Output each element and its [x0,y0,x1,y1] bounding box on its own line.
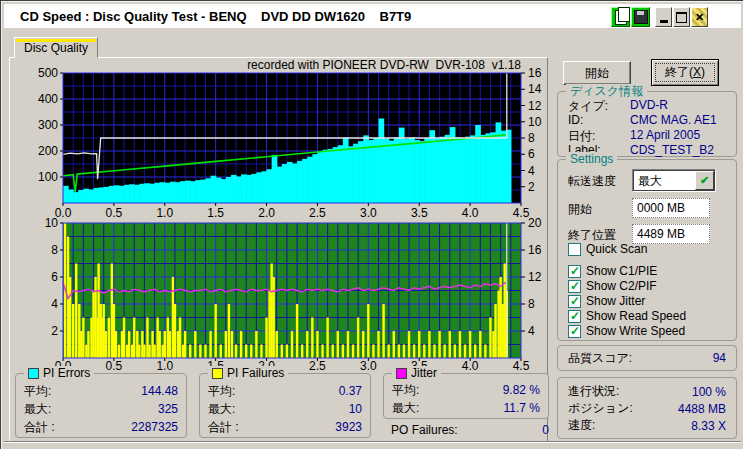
progress-value: 8.33 X [691,419,726,433]
close-icon: ✕ [695,11,704,24]
stat-value: 11.7 % [504,401,540,415]
stat-value: 325 [158,402,178,416]
stat-row: 最大: 325 [16,400,186,418]
checkbox-show-c2-pif[interactable]: Show C2/PIF [568,279,657,293]
svg-text:0.5: 0.5 [106,359,123,373]
checkbox-show-write-speed[interactable]: Show Write Speed [568,324,685,338]
po-failures-row: PO Failures: 0 [383,421,557,439]
close-button[interactable]: ✕ [691,7,708,27]
minimize-button[interactable] [655,7,672,27]
svg-text:6: 6 [528,147,535,161]
svg-text:400: 400 [38,92,58,106]
svg-text:200: 200 [38,144,58,158]
stat-label: 平均: [24,383,51,400]
minimize-icon [660,20,668,23]
pi-errors-group: PI Errors 平均: 144.48 最大: 325 合計 : 228732… [15,373,187,438]
stat-label: 最大: [208,401,235,418]
svg-text:12: 12 [528,270,542,284]
progress-label: ポジション: [568,400,633,417]
stat-row: 最大: 10 [200,400,370,418]
stat-row: 平均: 0.37 [200,382,370,400]
save-button[interactable] [631,7,650,27]
copy-button[interactable] [611,7,630,27]
disc-info-label: ID: [568,113,630,128]
svg-text:14: 14 [528,82,542,96]
checkbox-label: Show Read Speed [586,309,686,323]
start-position-label: 開始 [568,201,592,218]
stat-label: 合計 : [24,419,55,436]
checkbox-icon[interactable] [568,325,581,338]
svg-text:8: 8 [51,243,58,257]
quality-score-label: 品質スコア: [568,350,632,367]
progress-row: 速度: 8.33 X [558,417,736,434]
checkbox-icon[interactable] [568,310,581,323]
copy-icon [615,10,627,25]
stat-value: 2287325 [131,420,178,434]
disc-info-value: DVD-R [630,98,668,113]
stat-label: 平均: [208,383,235,400]
exit-button[interactable]: 終了(X) [651,59,719,86]
pi-errors-title: PI Errors [43,366,90,380]
disc-info-value: 12 April 2005 [630,128,700,143]
app-window: CD Speed : Disc Quality Test - BENQ DVD … [0,0,743,449]
svg-text:2: 2 [528,180,535,194]
svg-text:8: 8 [528,297,535,311]
pi-failures-title: PI Failures [227,366,284,380]
svg-text:100: 100 [38,170,58,184]
stat-value: 0.37 [339,384,362,398]
checkbox-icon[interactable] [568,243,581,256]
progress-row: ポジション: 4488 MB [558,400,736,417]
checkbox-icon[interactable] [568,265,581,278]
exit-button-focus: 終了(X) [655,63,715,82]
pi-errors-swatch [28,368,39,379]
stat-value: 144.48 [141,384,178,398]
maximize-button[interactable] [673,7,690,27]
stat-value: 10 [349,402,362,416]
checkbox-quick-scan[interactable]: Quick Scan [568,242,647,256]
svg-text:10: 10 [528,115,542,129]
quality-score-value: 94 [713,351,726,365]
disc-info-label: 日付: [568,128,630,143]
window-title: CD Speed : Disc Quality Test - BENQ DVD … [20,9,411,24]
settings-title: Settings [566,152,617,166]
start-button[interactable]: 開始 [563,61,631,85]
maximize-icon [676,12,687,23]
svg-text:4: 4 [528,324,535,338]
stat-row: 最大: 11.7 % [384,399,548,417]
stat-row: 平均: 144.48 [16,382,186,400]
start-button-label: 開始 [585,65,609,82]
jitter-group: Jitter 平均: 9.82 % 最大: 11.7 % [383,373,549,419]
stat-label: 最大: [392,400,419,417]
disc-info-row: 日付: 12 April 2005 [558,128,736,143]
po-failures-label: PO Failures: [391,423,458,437]
transfer-speed-select[interactable]: 最大 ✔ [632,169,716,192]
progress-label: 速度: [568,417,595,434]
svg-text:300: 300 [38,118,58,132]
svg-text:1.0: 1.0 [156,359,173,373]
svg-text:20: 20 [528,217,542,230]
pi-errors-chart: 0.00.51.01.52.02.53.03.54.04.55004003002… [31,59,543,223]
svg-text:3.0: 3.0 [360,359,377,373]
checkbox-label: Show C2/PIF [586,279,657,293]
svg-text:10: 10 [45,217,59,230]
jitter-swatch [396,368,407,379]
save-icon [634,10,648,24]
disc-info-value: CDS_TEST_B2 [630,143,714,158]
checkbox-icon[interactable] [568,280,581,293]
svg-text:4: 4 [528,164,535,178]
svg-text:6: 6 [51,270,58,284]
checkbox-show-read-speed[interactable]: Show Read Speed [568,309,686,323]
end-position-field[interactable]: 4489 MB [632,224,710,244]
svg-text:16: 16 [528,66,542,80]
checkbox-show-c1-pie[interactable]: Show C1/PIE [568,264,657,278]
transfer-speed-value: 最大 [638,173,662,190]
svg-text:4: 4 [51,297,58,311]
checkbox-icon[interactable] [568,295,581,308]
combo-dropdown-button[interactable]: ✔ [695,171,714,190]
checkbox-show-jitter[interactable]: Show Jitter [568,294,645,308]
progress-group: 進行状況: 100 % ポジション: 4488 MB 速度: 8.33 X [557,377,737,439]
disc-info-title: ディスク情報 [566,84,647,98]
tab-disc-quality[interactable]: Disc Quality [14,37,98,58]
stat-value: 3923 [335,420,362,434]
start-position-field[interactable]: 0000 MB [632,198,710,218]
